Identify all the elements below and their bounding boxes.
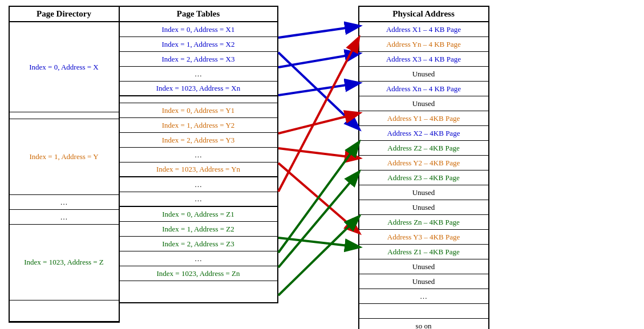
pa-row-19 — [359, 304, 488, 319]
pa-row-2: Address X3 – 4 KB Page — [359, 52, 488, 67]
pt-dots-2: … — [120, 192, 277, 207]
svg-line-8 — [278, 238, 358, 247]
pd-row-y: Index = 1, Address = Y — [10, 119, 119, 195]
pd-dots-2: … — [10, 210, 119, 225]
pa-row-7: Address X2 – 4KB Page — [359, 126, 488, 141]
pt-x-dots: … — [120, 67, 277, 82]
pa-row-20: so on — [359, 319, 488, 329]
svg-line-1 — [278, 52, 358, 128]
svg-line-0 — [278, 26, 358, 38]
page-directory-header: Page Directory — [10, 7, 119, 22]
pt-y1: Index = 1, Address = Y2 — [120, 118, 277, 133]
pt-z2: Index = 2, Address = Z3 — [120, 237, 277, 251]
pa-row-1: Address Yn – 4 KB Page — [359, 37, 488, 52]
physical-address-header: Physical Address — [359, 7, 488, 22]
pa-row-8: Address Z2 – 4KB Page — [359, 141, 488, 156]
pa-row-12: Unused — [359, 200, 488, 215]
pa-row-13: Address Zn – 4KB Page — [359, 215, 488, 230]
pa-row-15: Address Z1 – 4KB Page — [359, 245, 488, 259]
svg-line-4 — [278, 113, 358, 133]
pa-row-17: Unused — [359, 274, 488, 289]
pt-x1: Index = 1, Address = X2 — [120, 37, 277, 52]
svg-line-2 — [278, 54, 358, 67]
pt-x2: Index = 2, Address = X3 — [120, 52, 277, 67]
svg-line-7 — [278, 39, 358, 192]
pd-spacer-1 — [10, 112, 119, 119]
pt-y0: Index = 0, Address = Y1 — [120, 103, 277, 118]
pt-z0: Index = 0, Address = Z1 — [120, 207, 277, 222]
pa-row-11: Unused — [359, 185, 488, 200]
pd-dots-1: … — [10, 195, 119, 210]
pd-row-z: Index = 1023, Address = Z — [10, 225, 119, 300]
pa-row-3: Unused — [359, 67, 488, 82]
pa-row-0: Address X1 – 4 KB Page — [359, 22, 488, 37]
pa-row-6: Address Y1 – 4KB Page — [359, 111, 488, 126]
pd-bottom-spacer — [10, 300, 119, 322]
diagram-container: Page Directory Index = 0, Address = X In… — [9, 6, 636, 329]
page-tables-header: Page Tables — [120, 7, 277, 22]
pt-spacer-1 — [120, 96, 277, 103]
arrow-and-physical: Physical Address Address X1 – 4 KB Page … — [278, 6, 489, 329]
svg-line-6 — [278, 163, 358, 232]
pt-z-dots: … — [120, 251, 277, 266]
pa-row-9: Address Y2 – 4KB Page — [359, 156, 488, 170]
page-tables-table: Page Tables Index = 0, Address = X1 Inde… — [119, 6, 278, 303]
svg-line-3 — [278, 83, 358, 95]
svg-line-9 — [278, 143, 358, 253]
pa-row-5: Unused — [359, 96, 488, 111]
pa-row-4: Address Xn – 4 KB Page — [359, 82, 488, 96]
pt-yn: Index = 1023, Address = Yn — [120, 163, 277, 177]
pa-row-14: Address Y3 – 4KB Page — [359, 230, 488, 245]
page-directory-table: Page Directory Index = 0, Address = X In… — [9, 6, 120, 323]
pt-y2: Index = 2, Address = Y3 — [120, 133, 277, 148]
pt-z1: Index = 1, Address = Z2 — [120, 222, 277, 237]
physical-address-table: Physical Address Address X1 – 4 KB Page … — [358, 6, 489, 329]
pa-row-16: Unused — [359, 259, 488, 274]
svg-line-5 — [278, 148, 358, 158]
pa-row-18: … — [359, 289, 488, 304]
pt-y-dots: … — [120, 148, 277, 163]
pt-dots-1: … — [120, 177, 277, 192]
pt-xn: Index = 1023, Address = Xn — [120, 82, 277, 96]
svg-line-11 — [278, 217, 358, 295]
pt-x0: Index = 0, Address = X1 — [120, 22, 277, 37]
pa-row-10: Address Z3 – 4KB Page — [359, 170, 488, 185]
pt-zn: Index = 1023, Address = Zn — [120, 266, 277, 281]
pd-row-x: Index = 0, Address = X — [10, 22, 119, 112]
svg-line-10 — [278, 173, 358, 267]
pt-bottom-spacer — [120, 281, 277, 302]
